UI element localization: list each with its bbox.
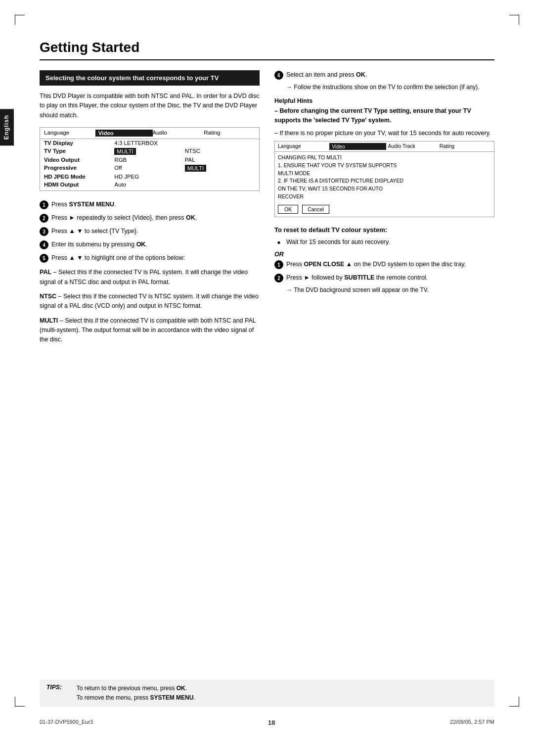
page-container: English Getting Started Selecting the co… (0, 0, 534, 756)
menu-table2-header: Language Video Audio Track Rating (275, 142, 494, 152)
table-row: HDMI Output Auto (40, 181, 259, 189)
step-4: 4 Enter its submenu by pressing OK. (40, 240, 260, 249)
hint-line2: – If there is no proper picture on your … (274, 129, 494, 138)
or-divider: OR (274, 251, 494, 258)
reset-section: To reset to default TV colour system: ● … (274, 226, 494, 294)
page-number: 18 (268, 719, 275, 726)
header-video: Video (95, 130, 153, 137)
page-title: Getting Started (40, 40, 494, 60)
step-3: 3 Press ▲ ▼ to select {TV Type}. (40, 227, 260, 236)
corner-mark-tr (509, 15, 519, 25)
sidebar-label: English (3, 115, 10, 140)
intro-text: This DVD Player is compatible with both … (40, 92, 260, 120)
step-6: 6 Select an item and press OK. (274, 70, 494, 80)
hint-title: Helpful Hints (274, 97, 494, 104)
pal-description: PAL – Select this if the connected TV is… (40, 268, 260, 287)
helpful-hints: Helpful Hints – Before changing the curr… (274, 97, 494, 138)
header2-language: Language (278, 143, 329, 150)
menu-table-header: Language Video Audio Rating (40, 128, 259, 139)
table-row: HD JPEG Mode HD JPEG (40, 173, 259, 181)
corner-mark-tl (15, 15, 25, 25)
corner-mark-br (509, 697, 519, 707)
tips-content: To return to the previous menu, press OK… (77, 684, 195, 703)
two-column-layout: Selecting the colour system that corresp… (40, 70, 494, 350)
section-header: Selecting the colour system that corresp… (40, 70, 260, 86)
step-1: 1 Press SYSTEM MENU. (40, 200, 260, 209)
menu-table2-body: CHANGING PAL TO MULTI 1. ENSURE THAT YOU… (275, 152, 494, 203)
step-6-arrow: Follow the instructions show on the TV t… (286, 84, 494, 91)
footer-right: 22/09/05, 2:57 PM (450, 719, 494, 726)
table-row: Progressive Off MULTI (40, 164, 259, 173)
header2-audio-track: Audio Track (388, 143, 440, 150)
header-audio: Audio (153, 130, 204, 137)
menu-table-left: Language Video Audio Rating TV Display 4… (40, 127, 260, 191)
table-row: TV Display 4:3 LETTERBOX (40, 139, 259, 147)
tips-label: TIPS: (46, 684, 62, 691)
open-close-step: 1 Press OPEN CLOSE ▲ on the DVD system t… (274, 260, 494, 269)
ntsc-description: NTSC – Select this if the connected TV i… (40, 292, 260, 311)
reset-title: To reset to default TV colour system: (274, 226, 494, 234)
footer: 01-37-DVP5900_Eur3 18 22/09/05, 2:57 PM (40, 719, 494, 726)
header-rating: Rating (204, 130, 255, 137)
cancel-button[interactable]: Cancel (302, 205, 329, 214)
step-2: 2 Press ► repeatedly to select {Video}, … (40, 213, 260, 223)
tips-section: TIPS: To return to the previous menu, pr… (40, 680, 494, 707)
hint-line1: – Before changing the current TV Type se… (274, 106, 494, 126)
footer-left: 01-37-DVP5900_Eur3 (40, 719, 93, 726)
header2-video: Video (329, 143, 386, 150)
subtitle-step: 2 Press ► followed by SUBTITLE the remot… (274, 273, 494, 283)
header-language: Language (44, 130, 95, 137)
ok-button[interactable]: OK (278, 205, 298, 214)
header2-rating: Rating (440, 143, 491, 150)
menu-table-right: Language Video Audio Track Rating CHANGI… (274, 141, 494, 217)
left-column: Selecting the colour system that corresp… (40, 70, 260, 350)
step-5: 5 Press ▲ ▼ to highlight one of the opti… (40, 253, 260, 263)
right-column: 6 Select an item and press OK. Follow th… (274, 70, 494, 350)
table-row: TV Type MULTI NTSC (40, 147, 259, 156)
wait-step: ● Wait for 15 seconds for auto recovery. (274, 237, 494, 247)
multi-description: MULTI – Select this if the connected TV … (40, 316, 260, 345)
menu-table2-buttons: OK Cancel (275, 203, 494, 217)
table-row: Video Output RGB PAL (40, 156, 259, 164)
dvd-background-arrow: The DVD background screen will appear on… (286, 286, 494, 293)
language-sidebar-tab: English (0, 109, 14, 145)
corner-mark-bl (15, 697, 25, 707)
